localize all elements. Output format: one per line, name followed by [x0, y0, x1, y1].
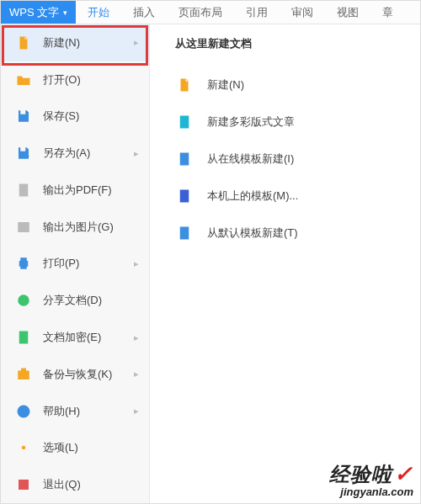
save-as-icon: [16, 146, 31, 161]
menu-item-label: 文档加密(E): [43, 330, 134, 345]
menu-item-file-new[interactable]: 新建(N)▸: [1, 24, 149, 61]
menu-item-backup[interactable]: 备份与恢复(K)▸: [1, 356, 149, 393]
help-icon: [16, 404, 31, 419]
menu-item-label: 分享文档(D): [43, 293, 139, 308]
print-icon: [16, 256, 31, 271]
menu-item-folder-open[interactable]: 打开(O): [1, 61, 149, 98]
menu-item-label: 输出为图片(G): [43, 220, 139, 235]
save-icon: [16, 109, 31, 124]
exit-icon: [16, 477, 31, 492]
menu-item-exit[interactable]: 退出(Q): [1, 466, 149, 503]
app-title-button[interactable]: WPS 文字 ▾: [1, 1, 76, 24]
menu-item-save[interactable]: 保存(S): [1, 98, 149, 135]
submenu-item-label: 本机上的模板(M)...: [207, 188, 298, 204]
menu-item-label: 帮助(H): [43, 404, 134, 419]
caret-down-icon: ▾: [63, 8, 67, 17]
submenu-item-label: 新建(N): [207, 77, 244, 93]
submenu-items: 新建(N)新建多彩版式文章从在线模板新建(I)本机上的模板(M)...从默认模板…: [175, 68, 408, 250]
submenu-panel: 从这里新建文档 新建(N)新建多彩版式文章从在线模板新建(I)本机上的模板(M)…: [150, 24, 420, 503]
tab-0[interactable]: 开始: [76, 1, 121, 24]
chevron-right-icon: ▸: [134, 258, 139, 269]
tabs-container: 开始插入页面布局引用审阅视图章: [76, 1, 405, 24]
chevron-right-icon: ▸: [134, 369, 139, 379]
submenu-item-default-template[interactable]: 从默认模板新建(T): [175, 216, 408, 250]
tab-2[interactable]: 页面布局: [167, 1, 234, 24]
backup-icon: [16, 367, 31, 382]
local-template-icon: [175, 187, 194, 205]
tab-4[interactable]: 审阅: [280, 1, 325, 24]
menu-item-label: 备份与恢复(K): [43, 367, 134, 382]
menu-item-label: 选项(L): [43, 440, 139, 455]
menu-item-share[interactable]: 分享文档(D): [1, 282, 149, 319]
submenu-item-label: 从默认模板新建(T): [207, 225, 298, 241]
submenu-item-local-template[interactable]: 本机上的模板(M)...: [175, 179, 408, 213]
submenu-item-doc-color[interactable]: 新建多彩版式文章: [175, 105, 408, 139]
file-menu-sidebar: 新建(N)▸打开(O)保存(S)另存为(A)▸输出为PDF(F)输出为图片(G)…: [1, 24, 150, 503]
default-template-icon: [175, 224, 194, 242]
content-area: 新建(N)▸打开(O)保存(S)另存为(A)▸输出为PDF(F)输出为图片(G)…: [1, 24, 420, 503]
doc-color-icon: [175, 113, 194, 131]
menu-item-label: 输出为PDF(F): [43, 183, 139, 198]
online-template-icon: [175, 150, 194, 168]
tab-5[interactable]: 视图: [325, 1, 370, 24]
menu-item-image[interactable]: 输出为图片(G): [1, 209, 149, 246]
chevron-right-icon: ▸: [134, 37, 139, 48]
submenu-item-label: 从在线模板新建(I): [207, 151, 294, 167]
menu-item-label: 另存为(A): [43, 146, 134, 161]
menu-item-label: 退出(Q): [43, 477, 139, 492]
submenu-title: 从这里新建文档: [175, 36, 408, 51]
menu-item-print[interactable]: 打印(P)▸: [1, 246, 149, 283]
menu-item-encrypt[interactable]: 文档加密(E)▸: [1, 319, 149, 356]
menu-item-label: 打开(O): [43, 72, 139, 88]
menu-item-save-as[interactable]: 另存为(A)▸: [1, 135, 149, 172]
share-icon: [16, 293, 31, 308]
menu-item-label: 打印(P): [43, 256, 134, 271]
encrypt-icon: [16, 330, 31, 345]
file-new-icon: [16, 35, 31, 50]
tab-3[interactable]: 引用: [234, 1, 280, 24]
tab-1[interactable]: 插入: [121, 1, 167, 24]
menu-item-pdf[interactable]: 输出为PDF(F): [1, 172, 149, 209]
menu-item-options[interactable]: 选项(L): [1, 429, 149, 466]
chevron-right-icon: ▸: [134, 332, 139, 343]
options-icon: [16, 440, 31, 455]
menu-item-label: 新建(N): [43, 35, 134, 50]
menu-item-help[interactable]: 帮助(H)▸: [1, 393, 149, 430]
submenu-item-file-new[interactable]: 新建(N): [175, 68, 408, 102]
pdf-icon: [16, 183, 31, 198]
file-new-icon: [175, 76, 194, 94]
menu-item-label: 保存(S): [43, 109, 139, 124]
tab-6[interactable]: 章: [370, 1, 405, 24]
chevron-right-icon: ▸: [134, 148, 139, 159]
submenu-item-online-template[interactable]: 从在线模板新建(I): [175, 142, 408, 176]
image-icon: [16, 220, 31, 235]
folder-open-icon: [16, 72, 31, 88]
tab-bar: WPS 文字 ▾ 开始插入页面布局引用审阅视图章: [1, 1, 420, 24]
chevron-right-icon: ▸: [134, 406, 139, 416]
app-title-text: WPS 文字: [9, 5, 59, 20]
submenu-item-label: 新建多彩版式文章: [207, 114, 295, 130]
